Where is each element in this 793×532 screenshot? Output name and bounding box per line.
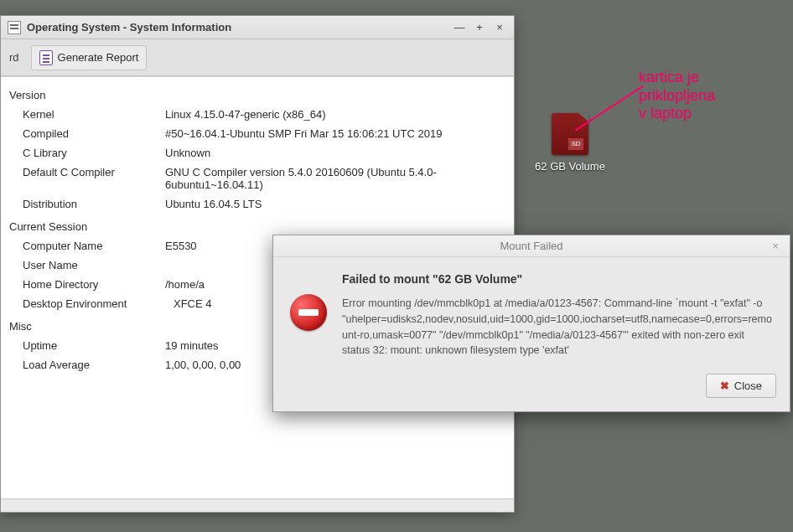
dialog-title: Mount Failed (500, 240, 562, 252)
section-header-version: Version (9, 82, 505, 105)
dialog-heading: Failed to mount "62 GB Volume" (342, 272, 773, 286)
status-strip (1, 498, 514, 512)
maximize-button[interactable]: + (472, 20, 487, 35)
window-title: Operating System - System Information (27, 21, 452, 34)
close-button-label: Close (734, 380, 762, 392)
annotation-text: kartica je priklopljena v laptop (639, 69, 715, 123)
kv-row: C LibraryUnknown (9, 143, 505, 163)
generate-report-button[interactable]: Generate Report (31, 45, 148, 70)
section-header-session: Current Session (9, 214, 505, 236)
kv-row: KernelLinux 4.15.0-47-generic (x86_64) (9, 105, 505, 124)
close-icon: ✖ (720, 380, 729, 392)
kv-row: Compiled#50~16.04.1-Ubuntu SMP Fri Mar 1… (9, 124, 505, 143)
desktop-volume-icon[interactable]: SD 62 GB Volume (524, 113, 616, 173)
sysinfo-titlebar[interactable]: Operating System - System Information — … (1, 16, 514, 39)
error-icon (290, 294, 327, 331)
sd-badge: SD (568, 138, 583, 150)
close-window-button[interactable]: × (492, 20, 507, 35)
kv-row: DistributionUbuntu 16.04.5 LTS (9, 194, 505, 214)
sysinfo-app-icon (8, 21, 21, 34)
toolbar-leading-fragment: rd (6, 48, 23, 67)
sysinfo-toolbar: rd Generate Report (1, 39, 514, 76)
mount-failed-dialog: Mount Failed × Failed to mount "62 GB Vo… (272, 235, 790, 412)
minimize-button[interactable]: — (452, 20, 467, 35)
desktop-volume-label: 62 GB Volume (524, 160, 616, 173)
report-icon (39, 50, 53, 65)
dialog-close-x-button[interactable]: × (768, 239, 783, 254)
dialog-titlebar[interactable]: Mount Failed × (273, 235, 790, 257)
dialog-close-button[interactable]: ✖ Close (706, 374, 776, 398)
generate-report-label: Generate Report (58, 51, 139, 64)
dialog-detail: Error mounting /dev/mmcblk0p1 at /media/… (342, 296, 773, 359)
sd-card-icon: SD (552, 113, 588, 155)
kv-row: Default C CompilerGNU C Compiler version… (9, 163, 505, 194)
